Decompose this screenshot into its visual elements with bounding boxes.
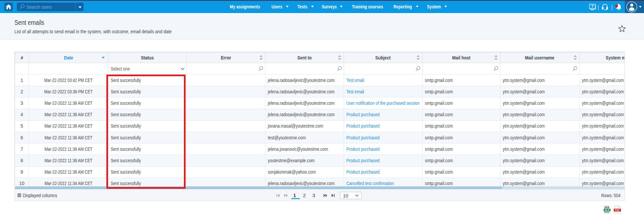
svg-text:?: ? [591, 4, 593, 8]
svg-text:XLS: XLS [605, 209, 610, 212]
svg-text:PDF: PDF [615, 209, 620, 212]
